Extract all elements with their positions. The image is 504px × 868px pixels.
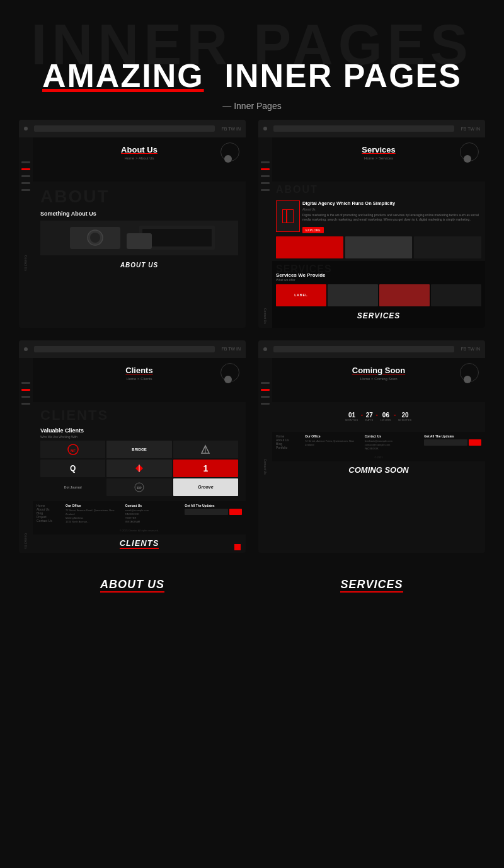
about-us-label: About US — [37, 258, 242, 272]
services-sidebar: Contact Us — [258, 155, 272, 328]
sidebar-item — [21, 161, 30, 163]
services-bottom-label-main: Services — [258, 578, 485, 593]
nav-icons: FB TW IN — [221, 347, 241, 351]
sidebar-item — [21, 396, 30, 398]
client-logo-dp: DP — [106, 478, 171, 496]
clients-mini-nav: FB TW IN — [19, 340, 246, 358]
client-logo-q: Q — [40, 460, 105, 477]
services-provide-title: Services We Provide — [276, 272, 481, 278]
about-section-title: Something About Us — [37, 209, 242, 218]
sidebar-item-active — [261, 389, 270, 391]
footer-copy: © 2021 — [276, 453, 481, 459]
about-content: ABOUT Something About Us — [33, 182, 246, 275]
main-title-rest: INNER PAGES — [225, 57, 462, 94]
footer-col2-title: Contact Us — [365, 434, 422, 438]
srv-img-dark — [414, 236, 481, 258]
clients-breadcrumb: Home > Clients — [39, 377, 239, 381]
coming-soon-card: FB TW IN Contact Us Coming Soon Home > C… — [258, 340, 485, 553]
srv-img-grey — [345, 236, 413, 258]
sidebar-item — [21, 175, 30, 177]
svg-text:DP: DP — [137, 486, 142, 490]
countdown-days: 27 DAYS — [365, 412, 374, 422]
explore-button[interactable]: EXPLORE — [302, 227, 324, 233]
countdown-section: 01 MONTHS - 27 DAYS - 06 HOURS — [272, 402, 485, 432]
sidebar-item — [261, 403, 270, 405]
countdown-months: 01 MONTHS — [345, 412, 358, 422]
services-bottom-label: Services — [276, 306, 481, 325]
main-title: AMAZING INNER PAGES — [13, 57, 491, 95]
coming-soon-sidebar: Contact Us — [258, 376, 272, 478]
about-breadcrumb: Home > About Us — [39, 156, 239, 160]
agency-title: Digital Agency Which Runs On Simplicity — [302, 200, 481, 207]
about-hero-title: About Us — [39, 145, 239, 154]
about-bg-text: ABOUT — [37, 184, 242, 209]
about-sidebar: Contact Us — [19, 155, 33, 275]
services-provide-images: LABEL — [276, 284, 481, 306]
coming-soon-hero: Coming Soon Home > Coming Soon — [272, 358, 485, 402]
clients-sidebar: Contact Us — [19, 376, 33, 553]
client-logo-brand2 — [106, 460, 171, 477]
client-logo-brand1 — [173, 441, 238, 458]
countdown-minutes: 20 MINUTES — [398, 412, 412, 422]
nav-bar — [34, 346, 215, 352]
nav-dot — [24, 127, 28, 130]
coming-soon-title: Coming Soon — [278, 366, 479, 375]
clients-card: FB TW IN Contact Us Clients Home > Clien… — [19, 340, 246, 553]
person-img — [431, 284, 481, 306]
client-logo-dotjournal: Dot Journal — [40, 478, 105, 496]
flower-img — [379, 284, 430, 306]
about-us-card: FB TW IN Contact Us About Us — [19, 120, 246, 328]
footer-col1-text: 72 Street, Avenue Road, Queenstown, New … — [66, 509, 123, 524]
agency-text: Digital Agency Which Runs On Simplicity … — [302, 200, 481, 234]
clients-hero: Clients Home > Clients — [33, 358, 246, 402]
sail-img — [328, 284, 378, 306]
subtitle: Inner Pages — [13, 101, 491, 111]
svg-text:NF: NF — [71, 449, 76, 453]
svg-point-3 — [90, 233, 100, 243]
nav-icons: FB TW IN — [461, 127, 480, 131]
subscribe-input[interactable] — [424, 439, 467, 446]
clients-sub: Who We Are Working With — [37, 435, 242, 441]
countdown-row: 01 MONTHS - 27 DAYS - 06 HOURS — [276, 407, 481, 427]
clients-footer: HomeAbout UsBlogProjectContact Us Our Of… — [33, 501, 246, 535]
services-bg-text: ABOUT — [272, 182, 485, 198]
subscribe-input[interactable] — [185, 509, 228, 515]
svg-rect-5 — [142, 229, 212, 246]
sidebar-item — [261, 189, 270, 191]
sidebar-item — [261, 382, 270, 384]
coming-soon-footer: HomeAbout UsBlogPortfolio Our Office 72 … — [272, 432, 485, 461]
deco-circle-sm — [464, 155, 471, 163]
services-breadcrumb: Home > Services — [278, 156, 479, 160]
sidebar-item — [21, 403, 30, 405]
services-mini-nav: FB TW IN — [258, 120, 485, 137]
footer-col3-title: Get All The Updates — [185, 504, 242, 507]
client-logo-nurse: NF — [40, 441, 105, 458]
countdown-hours: 06 HOURS — [381, 412, 391, 422]
nav-bar — [273, 125, 454, 132]
coming-soon-breadcrumb: Home > Coming Soon — [278, 377, 479, 381]
bottom-labels: About US Services — [0, 572, 504, 611]
coming-soon-mini-nav: FB TW IN — [258, 340, 485, 358]
sidebar-item — [261, 396, 270, 398]
footer-col3-title: Get All The Updates — [424, 434, 481, 438]
nav-dot — [263, 347, 267, 351]
sidebar-item — [21, 189, 30, 191]
label-img: LABEL — [276, 284, 326, 306]
footer-copy: © 2021 Ginette. All rights reserved. — [37, 526, 242, 532]
sidebar-item — [21, 182, 30, 184]
subscribe-button[interactable] — [469, 439, 481, 446]
camera-image — [40, 221, 238, 255]
footer-col1-title: Our Office — [305, 434, 362, 438]
footer-col1-title: Our Office — [66, 504, 123, 507]
services-hero-title: Services — [278, 145, 479, 154]
red-dot — [234, 544, 241, 550]
pages-grid: FB TW IN Contact Us About Us — [0, 113, 504, 572]
services-card: FB TW IN Contact Us Services Hom — [258, 120, 485, 328]
nav-icons: FB TW IN — [221, 127, 241, 131]
subscribe-button[interactable] — [229, 509, 242, 515]
main-title-highlight: AMAZING — [42, 57, 204, 94]
srv-img-red — [276, 236, 343, 258]
client-logo-1: 1 — [173, 460, 238, 477]
clients-bg-text: CLIENTS — [37, 405, 242, 426]
services-hero: Services Home > Services — [272, 137, 485, 182]
